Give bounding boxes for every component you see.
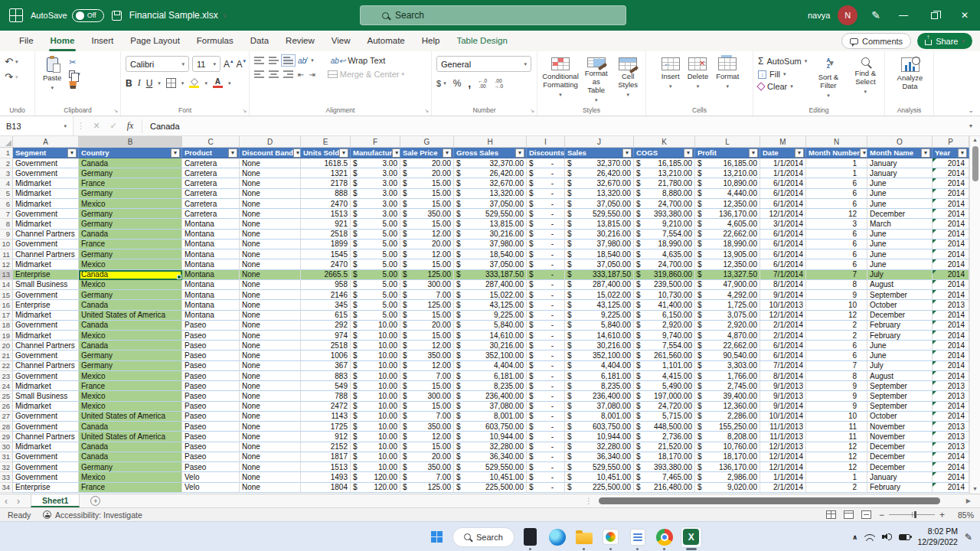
cell-D9[interactable]: None <box>240 230 301 240</box>
cell-I27[interactable]: $- <box>527 412 565 422</box>
cell-F20[interactable]: $10.00 <box>351 341 400 350</box>
autosave-toggle[interactable]: Off <box>72 9 104 22</box>
tab-file[interactable]: File <box>11 31 42 51</box>
cell-C2[interactable]: Carretera <box>182 158 240 168</box>
cell-A4[interactable]: Midmarket <box>13 178 79 188</box>
column-header-D[interactable]: D <box>240 136 301 148</box>
cell-E14[interactable]: 958 <box>301 280 351 290</box>
align-bottom-icon[interactable] <box>283 57 293 64</box>
cell-J4[interactable]: $32,670.00 <box>565 178 634 188</box>
cell-I11[interactable]: $- <box>527 249 565 259</box>
cell-N29[interactable]: 11 <box>806 432 867 442</box>
pen-tray-icon[interactable]: ✎ <box>965 532 972 543</box>
cell-D11[interactable]: None <box>240 249 301 259</box>
cell-M12[interactable]: 6/1/2014 <box>760 259 806 269</box>
cell-D2[interactable]: None <box>240 158 301 168</box>
cell-M33[interactable]: 1/1/2014 <box>760 472 806 482</box>
cell-M8[interactable]: 3/1/2014 <box>760 219 806 229</box>
cell-M4[interactable]: 6/1/2014 <box>760 178 806 188</box>
cell-M5[interactable]: 6/1/2014 <box>760 189 806 199</box>
header-cell-B1[interactable]: Country▼ <box>79 148 182 158</box>
cell-E26[interactable]: 2472 <box>301 402 351 412</box>
cell-F10[interactable]: $5.00 <box>351 240 400 249</box>
header-cell-G1[interactable]: Sale Price▼ <box>400 148 454 158</box>
cell-A9[interactable]: Channel Partners <box>13 230 79 240</box>
cell-N14[interactable]: 8 <box>806 280 867 290</box>
cell-P31[interactable]: 2014 <box>933 452 969 462</box>
bold-button[interactable]: B <box>126 78 132 89</box>
cell-K28[interactable]: $448,500.00 <box>634 422 695 432</box>
tab-automate[interactable]: Automate <box>359 31 413 51</box>
cell-G5[interactable]: $15.00 <box>400 189 454 199</box>
cell-C15[interactable]: Montana <box>182 290 240 300</box>
cell-H26[interactable]: $37,080.00 <box>454 402 527 412</box>
cell-styles-button[interactable]: Cell Styles▾ <box>613 56 642 105</box>
cell-C21[interactable]: Paseo <box>182 350 240 360</box>
cell-E16[interactable]: 345 <box>301 300 351 310</box>
row-header-8[interactable]: 8 <box>0 219 13 229</box>
decrease-decimal-button[interactable]: .00→.0 <box>494 78 503 89</box>
cell-K25[interactable]: $197,000.00 <box>634 391 695 401</box>
row-header-10[interactable]: 10 <box>0 240 13 249</box>
cell-C4[interactable]: Carretera <box>182 178 240 188</box>
user-name[interactable]: navya <box>808 11 830 20</box>
row-header-17[interactable]: 17 <box>0 311 13 321</box>
cell-C10[interactable]: Montana <box>182 240 240 249</box>
cell-I5[interactable]: $- <box>527 189 565 199</box>
cell-D15[interactable]: None <box>240 290 301 300</box>
cell-K6[interactable]: $24,700.00 <box>634 199 695 209</box>
name-box[interactable]: B13▾ <box>0 116 74 135</box>
prev-sheet-icon[interactable]: ‹ <box>0 495 12 507</box>
cell-A27[interactable]: Government <box>13 412 79 422</box>
cell-A7[interactable]: Government <box>13 209 79 219</box>
row-header-31[interactable]: 31 <box>0 452 13 462</box>
cell-I20[interactable]: $- <box>527 341 565 350</box>
cell-L12[interactable]: $12,350.00 <box>695 259 760 269</box>
cell-P10[interactable]: 2014 <box>933 240 969 249</box>
cell-M22[interactable]: 7/1/2014 <box>760 361 806 371</box>
cell-J32[interactable]: $529,550.00 <box>565 462 634 472</box>
column-header-N[interactable]: N <box>806 136 867 148</box>
cell-F29[interactable]: $10.00 <box>351 432 400 442</box>
cell-N18[interactable]: 2 <box>806 321 867 331</box>
header-cell-C1[interactable]: Product▼ <box>182 148 240 158</box>
cell-O26[interactable]: September <box>867 402 933 412</box>
cell-L10[interactable]: $18,990.00 <box>695 240 760 249</box>
cell-G13[interactable]: $125.00 <box>400 270 454 280</box>
column-header-A[interactable]: A <box>13 136 79 148</box>
cell-E9[interactable]: 2518 <box>301 230 351 240</box>
cell-E4[interactable]: 2178 <box>301 178 351 188</box>
cell-A16[interactable]: Enterprise <box>13 300 79 310</box>
cell-B8[interactable]: Germany <box>79 219 182 229</box>
cell-J10[interactable]: $37,980.00 <box>565 240 634 249</box>
sort-filter-button[interactable]: AZ▼ Sort & Filter▾ <box>813 56 843 105</box>
scroll-down-icon[interactable]: ▼ <box>970 485 980 493</box>
row-header-21[interactable]: 21 <box>0 350 13 360</box>
cell-P2[interactable]: 2014 <box>933 158 969 168</box>
cell-H24[interactable]: $8,235.00 <box>454 381 527 391</box>
cell-N17[interactable]: 12 <box>806 311 867 321</box>
cell-O12[interactable]: June <box>867 259 933 269</box>
cell-M10[interactable]: 6/1/2014 <box>760 240 806 249</box>
cell-K13[interactable]: $319,860.00 <box>634 270 695 280</box>
row-header-27[interactable]: 27 <box>0 412 13 422</box>
cell-K5[interactable]: $8,880.00 <box>634 189 695 199</box>
cell-I10[interactable]: $- <box>527 240 565 249</box>
cell-H34[interactable]: $225,500.00 <box>454 483 527 493</box>
zoom-out-button[interactable]: − <box>879 510 884 520</box>
splitter-handle[interactable]: ⋮ <box>585 497 593 505</box>
cell-M18[interactable]: 2/1/2014 <box>760 321 806 331</box>
format-as-table-button[interactable]: Format as Table▾ <box>580 56 612 105</box>
cell-I22[interactable]: $- <box>527 361 565 371</box>
sheet-tab-sheet1[interactable]: Sheet1 <box>31 494 80 507</box>
cell-C9[interactable]: Montana <box>182 230 240 240</box>
cell-A22[interactable]: Channel Partners <box>13 361 79 371</box>
cell-H13[interactable]: $333,187.50 <box>454 270 527 280</box>
orientation-button[interactable]: ab̸ <box>298 57 306 65</box>
cell-K19[interactable]: $9,740.00 <box>634 331 695 341</box>
column-header-H[interactable]: H <box>454 136 527 148</box>
cell-I3[interactable]: $- <box>527 168 565 178</box>
column-header-M[interactable]: M <box>760 136 806 148</box>
cell-H8[interactable]: $13,815.00 <box>454 219 527 229</box>
cell-J6[interactable]: $37,050.00 <box>565 199 634 209</box>
